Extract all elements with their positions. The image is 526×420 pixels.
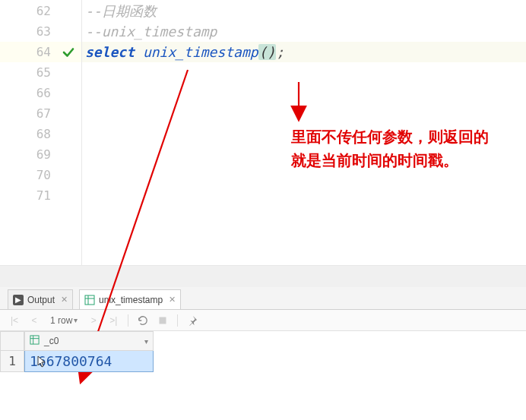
line-number: 70 (0, 165, 81, 185)
tab-result[interactable]: unix_timestamp ✕ (79, 289, 181, 309)
checkmark-icon (62, 45, 75, 58)
tab-label: Output (27, 295, 55, 305)
line-number: 62 (0, 1, 81, 21)
cell-value[interactable]: 1667800764 (24, 351, 154, 372)
first-page-button[interactable]: |< (8, 314, 21, 327)
svg-rect-6 (30, 336, 39, 344)
line-number: 65 (0, 62, 81, 83)
code-line (82, 62, 526, 83)
chevron-down-icon: ▾ (74, 316, 78, 324)
svg-rect-5 (160, 317, 166, 324)
sheet-icon (84, 295, 95, 305)
code-line (82, 83, 526, 103)
line-number: 71 (0, 185, 81, 206)
result-toolbar: |< < 1 row ▾ > >| (0, 310, 526, 331)
chevron-down-icon[interactable]: ▾ (144, 337, 148, 346)
column-header[interactable]: _c0 ▾ (24, 331, 154, 351)
grid-corner[interactable] (0, 331, 24, 351)
line-number: 64 (0, 42, 81, 62)
line-number: 67 (0, 103, 81, 124)
code-line (82, 124, 526, 144)
tab-label: unix_timestamp (99, 295, 163, 305)
refresh-button[interactable] (136, 314, 150, 327)
pin-button[interactable] (185, 314, 199, 327)
result-tabbar: ▶ Output ✕ unix_timestamp ✕ (0, 287, 526, 310)
code-line: --日期函数 (82, 1, 526, 21)
line-number: 68 (0, 124, 81, 144)
line-number: 69 (0, 144, 81, 165)
line-number: 66 (0, 83, 81, 103)
code-editor: 62 63 64 65 66 67 68 69 70 71 --日期函数 --u… (0, 0, 526, 266)
panel-gap (0, 266, 526, 287)
tab-output[interactable]: ▶ Output ✕ (8, 289, 73, 309)
output-icon: ▶ (13, 295, 24, 305)
row-number[interactable]: 1 (0, 351, 24, 372)
code-line (82, 185, 526, 206)
code-line (82, 144, 526, 165)
code-line: --unix_timestamp (82, 21, 526, 42)
sheet-icon (30, 335, 40, 347)
row-count-dropdown[interactable]: 1 row ▾ (47, 315, 81, 326)
close-icon[interactable]: ✕ (61, 295, 68, 305)
code-line (82, 165, 526, 185)
last-page-button[interactable]: >| (106, 314, 120, 327)
svg-rect-2 (85, 295, 94, 305)
column-label: _c0 (44, 336, 59, 346)
close-icon[interactable]: ✕ (169, 295, 176, 305)
code-line: select unix_timestamp(); (82, 42, 526, 62)
code-area[interactable]: --日期函数 --unix_timestamp select unix_time… (82, 0, 526, 265)
next-page-button[interactable]: > (87, 314, 100, 327)
prev-page-button[interactable]: < (27, 314, 41, 327)
line-number: 63 (0, 21, 81, 42)
stop-button[interactable] (156, 314, 170, 327)
code-line (82, 103, 526, 124)
table-row: 1 1667800764 (0, 351, 167, 372)
result-grid: _c0 ▾ 1 1667800764 (0, 331, 167, 372)
line-number-gutter: 62 63 64 65 66 67 68 69 70 71 (0, 0, 82, 265)
